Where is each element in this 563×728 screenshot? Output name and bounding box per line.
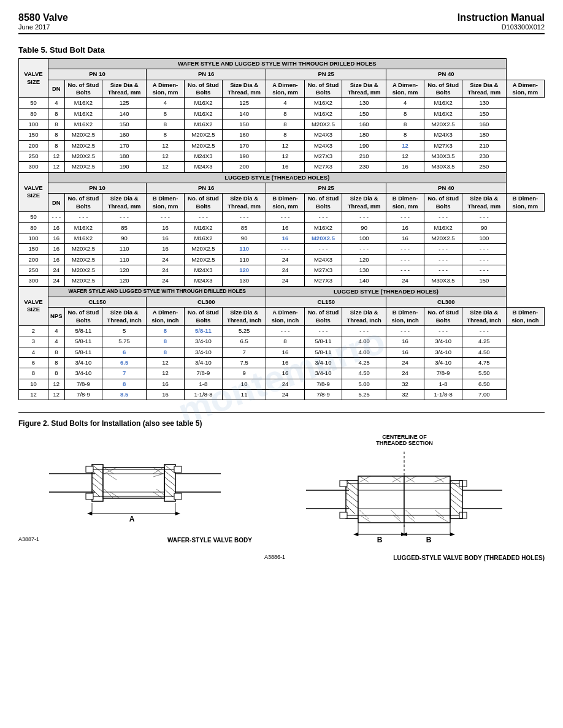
bot-right-header: LUGGED STYLE (THREADED HOLES) bbox=[266, 286, 506, 297]
figure-title: Figure 2. Stud Bolts for Installation (a… bbox=[18, 419, 545, 428]
table-row: 2008M20X2.517012M20X2.517012M24X319012M2… bbox=[19, 140, 545, 151]
svg-rect-34 bbox=[174, 493, 182, 499]
doc-number: D103300X012 bbox=[458, 23, 545, 31]
svg-rect-78 bbox=[459, 480, 467, 487]
col-adim-1: A Dimen-sion, mm bbox=[146, 80, 184, 98]
svg-text:B: B bbox=[426, 536, 432, 544]
table-row: 50- - -- - -- - -- - -- - -- - -- - -- -… bbox=[19, 212, 545, 222]
pn16-header: PN 16 bbox=[146, 69, 266, 80]
table-row: 10016M16X29016M16X29016M20X2.510016M20X2… bbox=[19, 233, 545, 243]
svg-marker-37 bbox=[175, 512, 180, 515]
pn40-header: PN 40 bbox=[386, 69, 506, 80]
cl150-header-2: CL150 bbox=[266, 297, 386, 307]
svg-rect-63 bbox=[340, 480, 347, 487]
figure-right-label: LUGGED-STYLE VALVE BODY (THREADED HOLES) bbox=[393, 555, 545, 561]
table-row: 30024M20X2.512024M24X313024M27X314024M30… bbox=[19, 276, 545, 286]
svg-rect-32 bbox=[86, 493, 93, 499]
table-title: Table 5. Stud Bolt Data bbox=[18, 45, 545, 55]
table-row: 485/8-11683/4-107165/8-114.00163/4-104.5… bbox=[19, 347, 545, 357]
page-header: 8580 Valve June 2017 Instruction Manual … bbox=[18, 12, 545, 34]
table-row: 12127/8-98.5161-1/8-811247/8-95.25321-1/… bbox=[19, 390, 545, 400]
table-row: 1508M20X2.51608M20X2.51608M24X31808M24X3… bbox=[19, 130, 545, 140]
svg-line-84 bbox=[450, 499, 462, 509]
nps-label: NPS bbox=[48, 308, 65, 326]
svg-line-82 bbox=[450, 487, 462, 496]
figure-lugged: CENTERLINE OF THREADED SECTION bbox=[264, 434, 545, 561]
table-row: 15016M20X2.511016M20X2.5110- - -- - -- -… bbox=[19, 244, 545, 254]
valve-size-label-bot: VALVE SIZE bbox=[19, 286, 48, 325]
svg-rect-64 bbox=[340, 512, 347, 518]
header-left: 8580 Valve June 2017 bbox=[18, 12, 68, 31]
top-section-header: WAFER STYLE AND LUGGED STYLE WITH THROUG… bbox=[48, 59, 507, 69]
col-no-stud-2: No. of Stud Bolts bbox=[185, 80, 223, 98]
table-row: 8016M16X28516M16X28516M16X29016M16X290 bbox=[19, 222, 545, 233]
table-row: 30012M20X2.519012M24X320016M27X323016M30… bbox=[19, 162, 545, 172]
svg-marker-89 bbox=[353, 533, 358, 536]
svg-line-83 bbox=[450, 493, 462, 502]
svg-line-47 bbox=[346, 493, 358, 502]
col-no-stud-3: No. of Stud Bolts bbox=[304, 80, 342, 98]
svg-marker-95 bbox=[402, 533, 407, 536]
cl150-header-1: CL150 bbox=[48, 297, 147, 307]
figure-left-ref: A3887-1 bbox=[18, 536, 39, 542]
col-size-dia-4: Size Dia & Thread, mm bbox=[462, 80, 507, 98]
table-row: 504M16X21254M16X21254M16X21304M16X2130 bbox=[19, 98, 545, 108]
bot-left-header: WAFER STYLE AND LUGGED STYLE WITH THROUG… bbox=[48, 286, 266, 297]
table-row: 20016M20X2.511024M20X2.511024M24X3120- -… bbox=[19, 254, 545, 265]
cl300-header-1: CL300 bbox=[146, 297, 266, 307]
table-row: 345/8-115.7583/4-106.585/8-114.00163/4-1… bbox=[19, 336, 545, 347]
col-size-dia-2: Size Dia & Thread, mm bbox=[222, 80, 266, 98]
centerline-label: CENTERLINE OF THREADED SECTION bbox=[264, 434, 545, 446]
svg-marker-36 bbox=[87, 512, 92, 515]
pn40-header-mid: PN 40 bbox=[386, 183, 506, 194]
col-adim-3: A Dimen-sion, mm bbox=[386, 80, 424, 98]
svg-line-26 bbox=[164, 477, 175, 486]
table-row: 10127/8-98161-810247/8-95.00321-86.50 bbox=[19, 379, 545, 389]
svg-rect-44 bbox=[346, 480, 358, 518]
svg-rect-33 bbox=[174, 466, 182, 472]
svg-line-48 bbox=[346, 499, 358, 509]
col-adim-4: A Dimen-sion, mm bbox=[506, 80, 544, 98]
pn10-header: PN 10 bbox=[48, 69, 147, 80]
valve-size-label-mid: VALVE SIZE bbox=[19, 172, 48, 211]
table-row: 25012M20X2.518012M24X319012M27X321012M30… bbox=[19, 151, 545, 162]
valve-size-label-top: VALVE SIZE bbox=[19, 59, 48, 98]
table-row: 25024M20X2.512024M24X312024M27X3130- - -… bbox=[19, 265, 545, 275]
lugged-diagram: B B bbox=[300, 449, 508, 550]
table-row: 683/4-106.5123/4-107.5163/4-104.25243/4-… bbox=[19, 357, 545, 368]
mid-section-header: LUGGED STYLE (THREADED HOLES) bbox=[48, 172, 507, 183]
figure-left-label: WAFER-STYLE VALVE BODY bbox=[167, 537, 252, 544]
svg-rect-2 bbox=[92, 464, 103, 501]
product-title: 8580 Valve bbox=[18, 12, 68, 23]
svg-line-45 bbox=[346, 480, 358, 490]
svg-line-85 bbox=[450, 505, 459, 514]
figures-section: Figure 2. Stud Bolts for Installation (a… bbox=[18, 412, 545, 561]
svg-text:A: A bbox=[129, 515, 135, 523]
header-date: June 2017 bbox=[18, 23, 68, 31]
cl300-header-2: CL300 bbox=[386, 297, 506, 307]
col-adim-2: A Dimen-sion, mm bbox=[266, 80, 304, 98]
wafer-diagram: A bbox=[43, 434, 227, 532]
svg-rect-8 bbox=[103, 468, 164, 498]
pn10-header-mid: PN 10 bbox=[48, 183, 147, 194]
svg-marker-96 bbox=[450, 533, 455, 536]
svg-line-4 bbox=[92, 471, 103, 480]
col-size-dia-1: Size Dia & Thread, mm bbox=[102, 80, 147, 98]
svg-line-46 bbox=[346, 487, 358, 496]
svg-text:B: B bbox=[377, 536, 383, 544]
table-row: 1008M16X21508M16X21508M20X2.51608M20X2.5… bbox=[19, 119, 545, 130]
svg-rect-31 bbox=[86, 466, 93, 472]
table-row: 808M16X21408M16X21408M16X21508M16X2150 bbox=[19, 108, 545, 119]
dn-label-top: DN bbox=[48, 80, 65, 98]
pn25-header-mid: PN 25 bbox=[266, 183, 386, 194]
svg-line-28 bbox=[164, 489, 173, 497]
svg-line-5 bbox=[92, 477, 103, 486]
stud-bolt-table: VALVE SIZE WAFER STYLE AND LUGGED STYLE … bbox=[18, 58, 545, 400]
svg-line-25 bbox=[164, 471, 175, 480]
dn-label-mid: DN bbox=[48, 194, 65, 212]
figure-wafer: A A3887-1 WAFER-STYLE VALVE BODY bbox=[18, 434, 252, 544]
figures-container: A A3887-1 WAFER-STYLE VALVE BODY CENTERL… bbox=[18, 434, 545, 561]
table-row: 883/4-107127/8-99163/4-104.50247/8-95.50 bbox=[19, 368, 545, 379]
svg-rect-23 bbox=[164, 464, 175, 501]
pn16-header-mid: PN 16 bbox=[146, 183, 266, 194]
